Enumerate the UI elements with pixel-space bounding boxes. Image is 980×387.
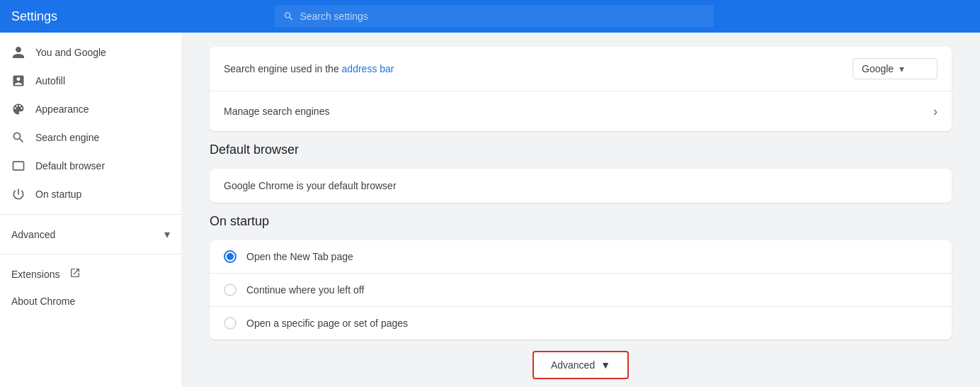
sidebar-item-default-browser-label: Default browser: [35, 160, 105, 172]
sidebar-item-on-startup[interactable]: On startup: [0, 180, 176, 208]
default-browser-card: Google Chrome is your default browser: [210, 169, 952, 203]
search-input[interactable]: [300, 11, 705, 22]
sidebar-extensions-label: Extensions: [11, 269, 59, 280]
sidebar-advanced-label: Advanced: [11, 229, 154, 240]
advanced-button-container: Advanced ▼: [210, 351, 952, 379]
sidebar-item-extensions[interactable]: Extensions: [0, 260, 181, 288]
on-startup-heading: On startup: [210, 214, 952, 235]
search-icon: [283, 11, 294, 22]
external-link-icon: [69, 267, 81, 281]
autofill-icon: [11, 74, 25, 88]
radio-continue[interactable]: [224, 284, 237, 296]
sidebar-item-search-engine[interactable]: Search engine: [0, 123, 176, 152]
palette-icon: [11, 102, 25, 116]
person-icon: [11, 45, 25, 60]
sidebar-divider-2: [0, 254, 181, 254]
sidebar-item-default-browser[interactable]: Default browser: [0, 152, 176, 180]
sidebar-about-chrome-label: About Chrome: [11, 296, 75, 307]
search-engine-dropdown[interactable]: Google ▾: [853, 58, 938, 79]
radio-specific-page-label: Open a specific page or set of pages: [246, 318, 408, 329]
advanced-button[interactable]: Advanced ▼: [532, 351, 629, 379]
manage-search-engines-row[interactable]: Manage search engines ›: [210, 91, 952, 131]
settings-title: Settings: [11, 9, 266, 24]
on-startup-card: Open the New Tab page Continue where you…: [210, 240, 952, 340]
sidebar-item-advanced[interactable]: Advanced ▾: [0, 220, 181, 248]
radio-row-continue[interactable]: Continue where you left off: [210, 274, 952, 307]
sidebar-divider: [0, 214, 181, 215]
sidebar: You and Google Autofill Appearance Searc…: [0, 33, 181, 387]
sidebar-item-search-engine-label: Search engine: [35, 132, 99, 143]
address-bar-row: Search engine used in the address bar Go…: [210, 47, 952, 91]
chevron-down-icon: ▾: [164, 228, 170, 241]
default-browser-heading: Default browser: [210, 142, 952, 163]
sidebar-item-you-and-google-label: You and Google: [35, 47, 106, 58]
manage-search-engines-text: Manage search engines: [224, 106, 933, 117]
sidebar-item-about-chrome[interactable]: About Chrome: [0, 288, 176, 314]
manage-arrow-icon: ›: [933, 104, 938, 119]
radio-specific-page[interactable]: [224, 317, 237, 330]
power-icon: [11, 187, 25, 201]
radio-row-new-tab[interactable]: Open the New Tab page: [210, 240, 952, 274]
address-bar-text: Search engine used in the address bar: [224, 63, 853, 74]
sidebar-item-autofill[interactable]: Autofill: [0, 67, 176, 95]
advanced-button-label: Advanced: [551, 359, 595, 371]
radio-continue-label: Continue where you left off: [246, 284, 364, 296]
main-content: Search engine used in the address bar Go…: [181, 33, 980, 387]
advanced-chevron-icon: ▼: [600, 359, 610, 371]
search-nav-icon: [11, 130, 25, 145]
search-bar[interactable]: [275, 5, 714, 28]
address-bar-link[interactable]: address bar: [342, 63, 394, 74]
default-browser-status: Google Chrome is your default browser: [224, 180, 397, 191]
sidebar-item-you-and-google[interactable]: You and Google: [0, 38, 176, 67]
search-engine-card: Search engine used in the address bar Go…: [210, 47, 952, 131]
radio-new-tab-label: Open the New Tab page: [246, 251, 353, 262]
sidebar-item-appearance-label: Appearance: [35, 103, 89, 115]
sidebar-item-appearance[interactable]: Appearance: [0, 95, 176, 123]
search-engine-dropdown-container: Google ▾: [853, 58, 938, 79]
sidebar-item-autofill-label: Autofill: [35, 75, 65, 86]
radio-row-specific-page[interactable]: Open a specific page or set of pages: [210, 307, 952, 340]
dropdown-chevron-icon: ▾: [899, 63, 904, 74]
search-engine-value: Google: [862, 63, 894, 74]
sidebar-item-on-startup-label: On startup: [35, 189, 81, 200]
web-icon: [11, 159, 25, 173]
radio-new-tab[interactable]: [224, 250, 237, 263]
